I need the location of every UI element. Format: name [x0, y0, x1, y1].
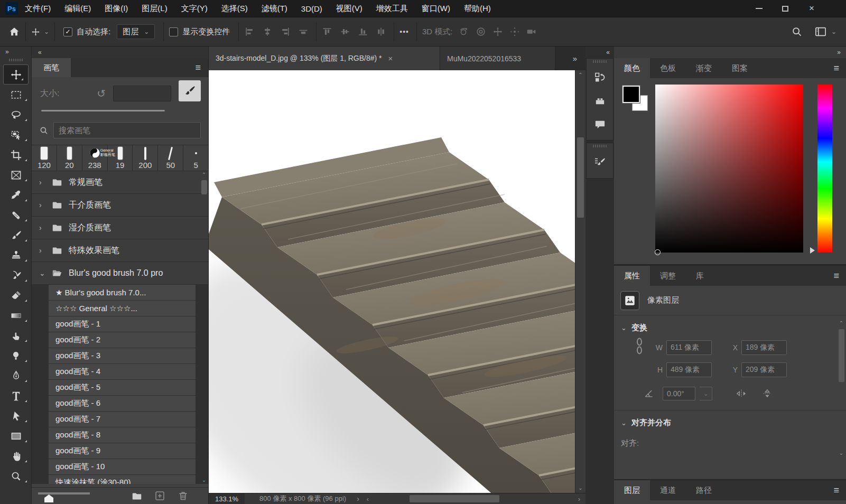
scroll-up-icon[interactable]: ⌃	[202, 172, 206, 178]
brush-settings-panel-button[interactable]	[587, 151, 613, 174]
brush-preset-120[interactable]: 120	[32, 145, 57, 171]
tool-pen[interactable]	[0, 366, 32, 386]
tool-lasso[interactable]	[0, 105, 32, 125]
tool-spot-healing[interactable]	[0, 205, 32, 225]
tool-preset-move[interactable]: ⌄	[31, 27, 49, 36]
tool-gradient[interactable]	[0, 305, 32, 325]
brush-preset-20[interactable]: 20	[57, 145, 82, 171]
tool-object-selection[interactable]	[0, 125, 32, 145]
dock-expand[interactable]: «	[585, 46, 614, 58]
brush-folder-general[interactable]: › 常规画笔	[32, 171, 208, 194]
menu-select[interactable]: 选择(S)	[215, 0, 255, 17]
canvas-vertical-scrollbar[interactable]: ⌃ ⌄	[575, 70, 585, 493]
tool-type[interactable]	[0, 386, 32, 406]
toolbar-expand[interactable]: »	[0, 46, 31, 57]
panel-menu-icon[interactable]: ≡	[195, 58, 208, 77]
scrollbar-thumb[interactable]	[410, 495, 499, 502]
search-icon[interactable]	[791, 26, 803, 38]
color-selection-ring[interactable]	[655, 249, 661, 255]
brush-preset-200[interactable]: 200	[133, 145, 158, 171]
scroll-down-icon[interactable]: ⌄	[202, 478, 206, 483]
scroll-up-icon[interactable]: ⌃	[838, 321, 845, 326]
tool-eraser[interactable]	[0, 285, 32, 305]
blocks-panel-button[interactable]	[587, 89, 613, 113]
link-dimensions-icon[interactable]	[633, 335, 646, 357]
transform-section-header[interactable]: ⌄ 变换	[614, 315, 846, 333]
tool-path-selection[interactable]	[0, 406, 32, 426]
document-tab-inactive[interactable]: MuMu2022052016533	[440, 46, 555, 70]
tab-gradients[interactable]: 渐变	[686, 58, 722, 78]
brush-item[interactable]: good画笔 - 1	[49, 316, 196, 332]
scroll-down-icon[interactable]: ⌄	[838, 451, 845, 456]
brush-preview-toggle[interactable]	[179, 80, 201, 101]
brush-folder-blurs-good-brush[interactable]: ⌄ Blur's good brush 7.0 pro	[32, 262, 208, 285]
tab-layers[interactable]: 图层	[614, 480, 650, 500]
brush-item[interactable]: good画笔 - 4	[49, 364, 196, 379]
tool-smudge[interactable]	[0, 325, 32, 346]
panel-collapse[interactable]: «	[32, 46, 208, 58]
tab-libraries[interactable]: 库	[686, 266, 714, 286]
zoom-level[interactable]: 133.1%	[209, 493, 245, 504]
minimize-button[interactable]	[752, 3, 766, 14]
tool-history-brush[interactable]	[0, 265, 32, 285]
brush-list-scrollbar[interactable]: ⌃ ⌄	[200, 172, 208, 483]
menu-help[interactable]: 帮助(H)	[457, 0, 498, 17]
workspace-switcher[interactable]: ⌄	[814, 26, 836, 38]
dock-grip[interactable]	[593, 60, 607, 63]
brush-preset-50[interactable]: 50	[158, 145, 183, 171]
tab-overflow-button[interactable]: »	[573, 46, 585, 70]
brush-preset-19[interactable]: 19	[108, 145, 133, 171]
tool-marquee[interactable]	[0, 85, 32, 105]
panel-menu-icon[interactable]: ≡	[826, 480, 846, 500]
tool-frame[interactable]	[0, 165, 32, 185]
brush-item[interactable]: good画笔 - 10	[49, 459, 196, 474]
tab-properties[interactable]: 属性	[614, 266, 650, 286]
scroll-right-icon[interactable]: ›	[578, 495, 580, 503]
brush-item[interactable]: good画笔 - 3	[49, 348, 196, 363]
new-brush-button[interactable]	[154, 490, 165, 501]
panel-menu-icon[interactable]: ≡	[826, 58, 846, 78]
menu-file[interactable]: 文件(F)	[18, 0, 58, 17]
close-button[interactable]: ×	[805, 3, 819, 14]
menu-view[interactable]: 视图(V)	[329, 0, 369, 17]
menu-edit[interactable]: 编辑(E)	[58, 0, 98, 17]
foreground-color-swatch[interactable]	[622, 86, 640, 103]
brush-folder-wet-media[interactable]: › 湿介质画笔	[32, 217, 208, 239]
scroll-down-icon[interactable]: ⌄	[578, 486, 582, 491]
menu-type[interactable]: 文字(Y)	[174, 0, 215, 17]
panel-collapse-to-icons[interactable]: »	[614, 46, 846, 58]
tool-clone-stamp[interactable]	[0, 245, 32, 265]
tab-brushes[interactable]: 画笔	[32, 58, 71, 77]
close-tab-icon[interactable]: ×	[388, 54, 393, 63]
brush-folder-dry-media[interactable]: › 干介质画笔	[32, 194, 208, 217]
scroll-up-icon[interactable]: ⌃	[578, 72, 582, 78]
menu-window[interactable]: 窗口(W)	[415, 0, 457, 17]
tool-zoom[interactable]	[0, 466, 32, 486]
new-group-button[interactable]	[131, 490, 143, 502]
menu-image[interactable]: 图像(I)	[98, 0, 135, 17]
menu-layer[interactable]: 图层(L)	[135, 0, 174, 17]
tab-color[interactable]: 颜色	[614, 58, 650, 78]
scrollbar-thumb[interactable]	[577, 137, 584, 218]
tab-channels[interactable]: 通道	[650, 480, 686, 500]
more-options-button[interactable]: •••	[399, 27, 409, 36]
brush-item[interactable]: good画笔 - 2	[49, 332, 196, 348]
slider-thumb-icon[interactable]	[44, 494, 53, 502]
tab-adjustments[interactable]: 调整	[650, 266, 686, 286]
brush-preset-238[interactable]: General 影视画笔 238	[82, 145, 108, 171]
brush-item[interactable]: good画笔 - 9	[49, 443, 196, 459]
brush-item[interactable]: ☆☆☆ General ☆☆☆...	[49, 301, 196, 316]
tool-brush[interactable]	[0, 225, 32, 245]
dock-grip[interactable]	[593, 145, 607, 147]
thumbnail-size-slider[interactable]	[38, 492, 90, 494]
brush-item[interactable]: good画笔 - 5	[49, 380, 196, 395]
tool-hand[interactable]	[0, 446, 32, 466]
scroll-left-icon[interactable]: ‹	[367, 495, 369, 503]
brush-item[interactable]: good画笔 - 7	[49, 412, 196, 427]
brush-item[interactable]: 快速涂抹笔 (涂30-80)	[49, 475, 196, 484]
canvas-horizontal-scrollbar[interactable]: ‹ ›	[359, 493, 585, 504]
tool-eyedropper[interactable]	[0, 185, 32, 205]
brush-item[interactable]: ★ Blur's good brush 7.0...	[49, 285, 196, 300]
tab-paths[interactable]: 路径	[686, 480, 722, 500]
scrollbar-thumb[interactable]	[839, 329, 844, 382]
